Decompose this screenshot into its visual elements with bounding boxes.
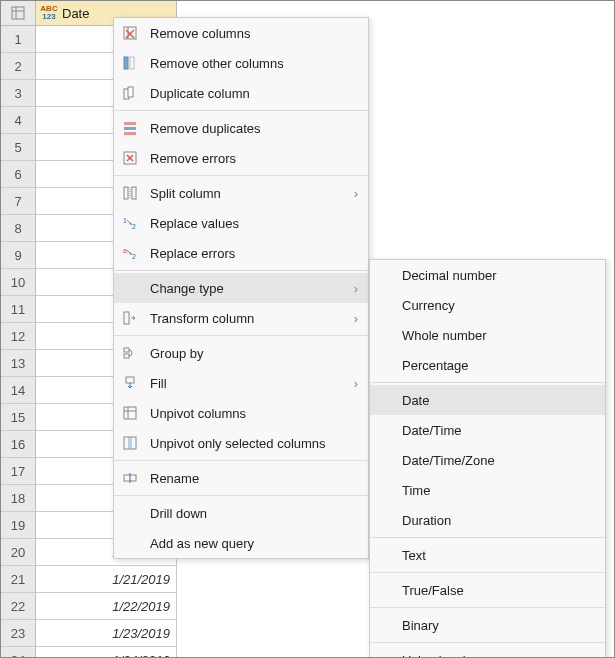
svg-rect-29 — [126, 377, 134, 383]
row-number: 17 — [1, 458, 36, 484]
menu-separator — [114, 270, 368, 271]
grid-corner[interactable] — [1, 1, 36, 25]
svg-text:2: 2 — [132, 253, 136, 260]
menu-remove-duplicates[interactable]: Remove duplicates — [114, 113, 368, 143]
table-row[interactable]: 241/24/2019 — [1, 647, 177, 658]
menu-remove-errors[interactable]: Remove errors — [114, 143, 368, 173]
remove-errors-icon — [120, 148, 140, 168]
svg-text:1: 1 — [123, 217, 127, 224]
menu-add-as-new-query[interactable]: Add as new query — [114, 528, 368, 558]
menu-replace-errors[interactable]: a2 Replace errors — [114, 238, 368, 268]
svg-rect-12 — [124, 127, 136, 130]
submenu-duration[interactable]: Duration — [370, 505, 605, 535]
cell-value: 1/24/2019 — [36, 647, 177, 658]
menu-remove-columns[interactable]: Remove columns — [114, 18, 368, 48]
column-name: Date — [62, 6, 89, 21]
row-number: 9 — [1, 242, 36, 268]
submenu-percentage[interactable]: Percentage — [370, 350, 605, 380]
submenu-currency[interactable]: Currency — [370, 290, 605, 320]
menu-separator — [114, 175, 368, 176]
menu-fill[interactable]: Fill › — [114, 368, 368, 398]
blank-icon — [120, 503, 140, 523]
chevron-right-icon: › — [354, 376, 358, 391]
submenu-text[interactable]: Text — [370, 540, 605, 570]
menu-replace-values[interactable]: 12 Replace values — [114, 208, 368, 238]
replace-errors-icon: a2 — [120, 243, 140, 263]
submenu-datetime[interactable]: Date/Time — [370, 415, 605, 445]
fill-icon — [120, 373, 140, 393]
menu-rename[interactable]: Rename — [114, 463, 368, 493]
menu-separator — [114, 495, 368, 496]
svg-rect-30 — [124, 407, 136, 419]
remove-other-columns-icon — [120, 53, 140, 73]
submenu-separator — [370, 537, 605, 538]
submenu-date[interactable]: Date — [370, 385, 605, 415]
cell-value: 1/21/2019 — [36, 566, 177, 592]
svg-rect-0 — [12, 7, 24, 19]
submenu-whole-number[interactable]: Whole number — [370, 320, 605, 350]
menu-transform-column[interactable]: Transform column › — [114, 303, 368, 333]
chevron-right-icon: › — [354, 281, 358, 296]
submenu-truefalse[interactable]: True/False — [370, 575, 605, 605]
duplicate-column-icon — [120, 83, 140, 103]
split-column-icon — [120, 183, 140, 203]
row-number: 15 — [1, 404, 36, 430]
svg-rect-13 — [124, 132, 136, 135]
menu-remove-other-columns[interactable]: Remove other columns — [114, 48, 368, 78]
menu-separator — [114, 460, 368, 461]
menu-duplicate-column[interactable]: Duplicate column — [114, 78, 368, 108]
svg-text:a: a — [123, 247, 127, 254]
row-number: 20 — [1, 539, 36, 565]
row-number: 7 — [1, 188, 36, 214]
row-number: 11 — [1, 296, 36, 322]
row-number: 6 — [1, 161, 36, 187]
submenu-using-locale[interactable]: Using locale… — [370, 645, 605, 658]
submenu-time[interactable]: Time — [370, 475, 605, 505]
row-number: 14 — [1, 377, 36, 403]
svg-rect-34 — [128, 437, 132, 449]
svg-rect-28 — [124, 354, 129, 358]
submenu-separator — [370, 642, 605, 643]
menu-group-by[interactable]: Group by — [114, 338, 368, 368]
row-number: 12 — [1, 323, 36, 349]
svg-rect-26 — [124, 312, 129, 324]
blank-icon — [120, 278, 140, 298]
submenu-separator — [370, 382, 605, 383]
transform-column-icon — [120, 308, 140, 328]
menu-drill-down[interactable]: Drill down — [114, 498, 368, 528]
table-row[interactable]: 221/22/2019 — [1, 593, 177, 620]
menu-change-type[interactable]: Change type › — [114, 273, 368, 303]
menu-split-column[interactable]: Split column › — [114, 178, 368, 208]
menu-unpivot-columns[interactable]: Unpivot columns — [114, 398, 368, 428]
table-row[interactable]: 231/23/2019 — [1, 620, 177, 647]
row-number: 13 — [1, 350, 36, 376]
svg-rect-18 — [132, 187, 136, 199]
row-number: 10 — [1, 269, 36, 295]
row-number: 5 — [1, 134, 36, 160]
row-number: 3 — [1, 80, 36, 106]
row-number: 8 — [1, 215, 36, 241]
svg-rect-17 — [124, 187, 128, 199]
menu-separator — [114, 110, 368, 111]
remove-duplicates-icon — [120, 118, 140, 138]
menu-unpivot-only-selected[interactable]: Unpivot only selected columns — [114, 428, 368, 458]
submenu-binary[interactable]: Binary — [370, 610, 605, 640]
svg-rect-27 — [124, 348, 129, 352]
row-number: 1 — [1, 26, 36, 52]
svg-rect-7 — [124, 57, 128, 69]
cell-value: 1/22/2019 — [36, 593, 177, 619]
rename-icon — [120, 468, 140, 488]
submenu-separator — [370, 607, 605, 608]
row-number: 22 — [1, 593, 36, 619]
row-number: 4 — [1, 107, 36, 133]
group-by-icon — [120, 343, 140, 363]
change-type-submenu: Decimal number Currency Whole number Per… — [369, 259, 606, 658]
svg-rect-8 — [130, 57, 134, 69]
remove-columns-icon — [120, 23, 140, 43]
table-row[interactable]: 211/21/2019 — [1, 566, 177, 593]
row-number: 2 — [1, 53, 36, 79]
replace-values-icon: 12 — [120, 213, 140, 233]
submenu-datetimezone[interactable]: Date/Time/Zone — [370, 445, 605, 475]
submenu-decimal-number[interactable]: Decimal number — [370, 260, 605, 290]
chevron-right-icon: › — [354, 311, 358, 326]
